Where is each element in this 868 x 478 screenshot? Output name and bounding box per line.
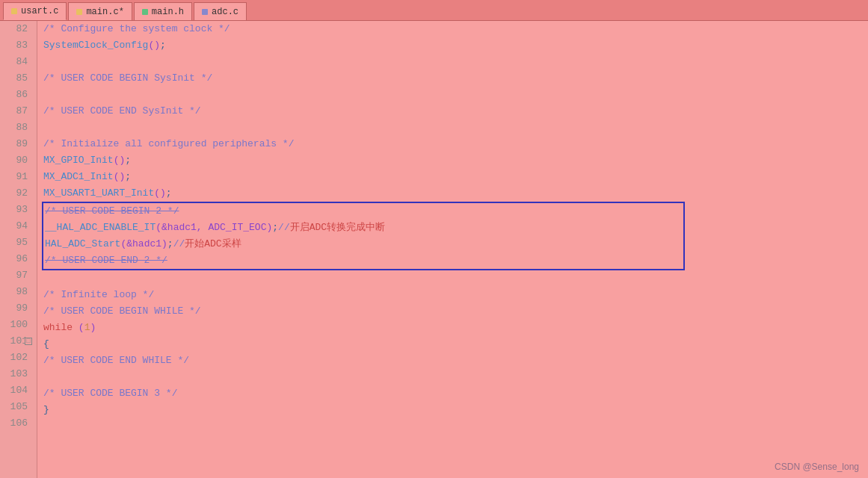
code-keyword-100: while xyxy=(43,322,79,333)
code-line-82: /* Configure the system clock */ xyxy=(43,21,862,37)
code-comment-95: // xyxy=(173,238,185,249)
code-text-101: { xyxy=(43,338,49,350)
code-comment-94: // xyxy=(278,222,290,233)
code-line-95: HAL_ADC_Start(&hadc1);//开始ADC采样 xyxy=(43,236,683,252)
tab-dot-adc-c xyxy=(202,9,208,15)
ln-89: 89 xyxy=(6,136,31,152)
highlight-block: /* USER CODE BEGIN 2 */ __HAL_ADC_ENABLE… xyxy=(42,202,685,270)
code-paren-94: (&hadc1, ADC_IT_EOC) xyxy=(156,222,272,233)
code-text-104: /* USER CODE BEGIN 3 */ xyxy=(43,388,177,399)
ln-87: 87 xyxy=(6,103,31,120)
code-semi-92: ; xyxy=(166,187,172,199)
code-line-92: MX_USART1_UART_Init(); xyxy=(43,185,862,202)
code-line-100: while (1) xyxy=(43,320,862,336)
ln-96: 96 xyxy=(6,251,31,267)
code-chinese-95: 开始ADC采样 xyxy=(185,238,241,249)
tab-bar: usart.c main.c* main.h adc.c xyxy=(0,0,868,21)
code-text-92: MX_USART1_UART_Init xyxy=(43,187,154,199)
code-text-90: MX_GPIO_Init xyxy=(43,155,114,166)
ln-105: 105 xyxy=(6,399,31,415)
code-paren-95: (&hadc1) xyxy=(120,238,167,249)
code-line-93: /* USER CODE BEGIN 2 */ xyxy=(43,203,683,220)
ln-95: 95 xyxy=(6,235,31,251)
tab-dot-usart xyxy=(11,8,17,14)
ln-84: 84 xyxy=(6,54,31,70)
code-line-101: { xyxy=(43,336,862,353)
watermark: CSDN @Sense_long xyxy=(775,462,859,472)
ln-88: 88 xyxy=(6,120,31,136)
code-line-97 xyxy=(43,270,862,287)
code-text-96: /* USER CODE END 2 */ xyxy=(45,255,167,266)
ln-94: 94 xyxy=(6,218,31,235)
ln-85: 85 xyxy=(6,70,31,87)
ln-93: 93 xyxy=(6,202,31,218)
code-paren-91: () xyxy=(114,171,126,182)
code-line-87: /* USER CODE END SysInit */ xyxy=(43,103,862,120)
fold-icon-101[interactable]: □ xyxy=(25,338,32,345)
ln-99: 99 xyxy=(6,300,31,317)
code-line-85: /* USER CODE BEGIN SysInit */ xyxy=(43,70,862,87)
code-paren-100: ( xyxy=(79,322,84,333)
code-text-87: /* USER CODE END SysInit */ xyxy=(43,105,201,117)
tab-usart[interactable]: usart.c xyxy=(3,2,67,20)
code-text-95a: HAL_ADC_Start xyxy=(45,238,120,249)
ln-106: 106 xyxy=(6,415,31,432)
ln-97: 97 xyxy=(6,267,31,284)
code-text-89: /* Initialize all configured peripherals… xyxy=(43,138,294,149)
code-area[interactable]: /* Configure the system clock */ SystemC… xyxy=(37,21,868,478)
tab-main-c[interactable]: main.c* xyxy=(68,2,132,20)
code-paren-100b: ) xyxy=(90,322,96,333)
tab-dot-main-h xyxy=(142,9,148,15)
code-line-86 xyxy=(43,87,862,103)
ln-92: 92 xyxy=(6,185,31,202)
ln-103: 103 xyxy=(6,366,31,382)
code-text-82: /* Configure the system clock */ xyxy=(43,23,230,34)
code-line-99: /* USER CODE BEGIN WHILE */ xyxy=(43,303,862,320)
tab-adc-c[interactable]: adc.c xyxy=(194,2,247,20)
ln-91: 91 xyxy=(6,169,31,185)
code-text-91: MX_ADC1_Init xyxy=(43,171,114,182)
tab-dot-main-c xyxy=(76,9,82,15)
code-line-83: SystemClock_Config(); xyxy=(43,37,862,54)
code-text-94a: __HAL_ADC_ENABLE_IT xyxy=(45,222,156,233)
code-text-93: /* USER CODE BEGIN 2 */ xyxy=(45,205,179,217)
code-semi-83: ; xyxy=(160,40,166,51)
code-semi-94: ; xyxy=(272,222,278,233)
code-paren-92: () xyxy=(154,187,166,199)
code-semi-90: ; xyxy=(125,155,131,166)
code-text-83: SystemClock_Config xyxy=(43,40,148,51)
code-semi-91: ; xyxy=(125,171,131,182)
editor-container: 82 83 84 85 86 87 88 89 90 91 92 93 94 9… xyxy=(0,21,868,478)
code-line-94: __HAL_ADC_ENABLE_IT(&hadc1, ADC_IT_EOC);… xyxy=(43,220,683,236)
code-line-88 xyxy=(43,120,862,136)
code-semi-95: ; xyxy=(167,238,173,249)
code-line-102: /* USER CODE END WHILE */ xyxy=(43,353,862,369)
tab-label-adc-c: adc.c xyxy=(212,7,238,17)
code-text-102: /* USER CODE END WHILE */ xyxy=(43,355,189,366)
code-line-89: /* Initialize all configured peripherals… xyxy=(43,136,862,152)
ln-104: 104 xyxy=(6,382,31,399)
tab-label-usart: usart.c xyxy=(21,6,58,16)
code-line-90: MX_GPIO_Init(); xyxy=(43,152,862,169)
ln-82: 82 xyxy=(6,21,31,37)
code-line-91: MX_ADC1_Init(); xyxy=(43,169,862,185)
ln-90: 90 xyxy=(6,152,31,169)
code-line-98: /* Infinite loop */ xyxy=(43,287,862,303)
ln-98: 98 xyxy=(6,284,31,300)
tab-main-h[interactable]: main.h xyxy=(134,2,192,20)
code-line-105: } xyxy=(43,402,862,418)
line-numbers: 82 83 84 85 86 87 88 89 90 91 92 93 94 9… xyxy=(0,21,37,478)
ln-83: 83 xyxy=(6,37,31,54)
code-line-104: /* USER CODE BEGIN 3 */ xyxy=(43,385,862,402)
code-text-99: /* USER CODE BEGIN WHILE */ xyxy=(43,305,201,317)
tab-label-main-h: main.h xyxy=(152,7,184,17)
ln-102: 102 xyxy=(6,350,31,366)
code-paren-83: () xyxy=(148,40,160,51)
code-line-84 xyxy=(43,54,862,70)
ln-100: 100 xyxy=(6,317,31,333)
code-chinese-94: 开启ADC转换完成中断 xyxy=(290,222,385,233)
code-text-98: /* Infinite loop */ xyxy=(43,289,154,300)
code-text-85: /* USER CODE BEGIN SysInit */ xyxy=(43,72,212,84)
ln-86: 86 xyxy=(6,87,31,103)
code-paren-90: () xyxy=(114,155,126,166)
